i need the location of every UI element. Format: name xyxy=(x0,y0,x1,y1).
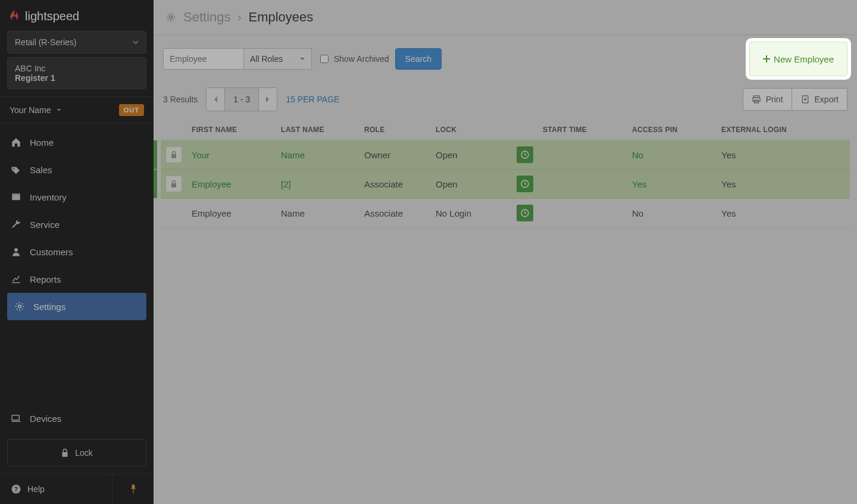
home-icon xyxy=(11,137,21,148)
th-lock[interactable]: LOCK xyxy=(431,120,538,140)
cell-first-name[interactable]: Employee xyxy=(192,179,232,189)
clock-button[interactable] xyxy=(517,205,533,221)
search-input[interactable] xyxy=(163,48,244,70)
main: Settings › Employees All Roles Show Arch… xyxy=(154,0,857,504)
cell-first-name[interactable]: Your xyxy=(192,150,209,160)
status-badge[interactable]: OUT xyxy=(119,104,144,116)
help-label: Help xyxy=(27,484,45,494)
chevron-right-icon: › xyxy=(238,11,242,24)
question-icon: ? xyxy=(11,484,21,494)
sidebar-item-service[interactable]: Service xyxy=(0,211,154,238)
pin-sidebar-button[interactable] xyxy=(112,474,154,504)
table-row[interactable]: YourNameOwnerOpenNoYes xyxy=(161,140,850,170)
svg-rect-12 xyxy=(753,98,760,101)
inventory-icon xyxy=(11,192,21,202)
cell-external-login: Yes xyxy=(717,170,850,199)
nav-label: Reports xyxy=(30,274,61,284)
cell-last-name[interactable]: [2] xyxy=(281,179,291,189)
th-pin[interactable]: ACCESS PIN xyxy=(627,120,717,140)
show-archived-toggle[interactable]: Show Archived xyxy=(318,53,389,65)
export-button[interactable]: Export xyxy=(792,88,847,111)
print-button[interactable]: Print xyxy=(743,88,792,111)
lock-button[interactable]: Lock xyxy=(7,439,146,467)
th-first[interactable]: FIRST NAME xyxy=(187,120,276,140)
employees-table: FIRST NAME LAST NAME ROLE LOCK START TIM… xyxy=(161,120,850,228)
flame-icon xyxy=(8,8,20,24)
gear-icon xyxy=(14,301,25,312)
devices-icon xyxy=(11,413,21,424)
shop-company: ABC Inc xyxy=(15,64,139,73)
pager-range[interactable]: 1 - 3 xyxy=(224,88,259,111)
sidebar-item-home[interactable]: Home xyxy=(0,129,154,156)
sidebar-item-devices[interactable]: Devices xyxy=(0,405,154,432)
wrench-icon xyxy=(11,219,21,230)
help-button[interactable]: ? Help xyxy=(0,474,112,504)
shop-context: ABC Inc Register 1 xyxy=(7,57,146,89)
pager-next[interactable] xyxy=(259,88,277,111)
show-archived-checkbox[interactable] xyxy=(320,55,329,63)
th-last[interactable]: LAST NAME xyxy=(276,120,359,140)
per-page-link[interactable]: 15 PER PAGE xyxy=(286,95,339,104)
cell-role: Associate xyxy=(359,170,431,199)
role-select[interactable]: All Roles xyxy=(244,48,312,70)
nav-label: Devices xyxy=(30,414,61,424)
table-row[interactable]: Employee[2]AssociateOpenYesYes xyxy=(161,170,850,199)
clock-button[interactable] xyxy=(517,176,533,192)
clock-icon xyxy=(520,179,530,189)
th-role[interactable]: ROLE xyxy=(359,120,431,140)
breadcrumb-current: Employees xyxy=(249,10,314,25)
brand-text: lightspeed xyxy=(25,10,79,23)
sidebar-item-reports[interactable]: Reports xyxy=(0,265,154,293)
caret-right-icon xyxy=(265,96,270,103)
clock-icon xyxy=(520,208,530,218)
chevron-down-icon xyxy=(133,39,139,45)
sidebar-item-sales[interactable]: Sales xyxy=(0,156,154,183)
user-icon xyxy=(11,246,21,257)
chart-icon xyxy=(11,274,21,284)
caret-down-icon xyxy=(56,107,62,113)
th-ext[interactable]: EXTERNAL LOGIN xyxy=(717,120,850,140)
cell-external-login: Yes xyxy=(717,140,850,170)
nav-label: Settings xyxy=(33,302,65,312)
clock-button[interactable] xyxy=(517,146,533,163)
svg-rect-6 xyxy=(12,415,19,420)
list-toolbar: 3 Results 1 - 3 15 PER PAGE Print Export xyxy=(154,83,857,120)
cell-first-name: Employee xyxy=(192,208,232,218)
nav-label: Sales xyxy=(30,165,52,175)
gear-icon xyxy=(165,12,176,23)
results-count: 3 Results xyxy=(163,95,198,104)
search-button[interactable]: Search xyxy=(395,48,442,70)
sidebar-item-customers[interactable]: Customers xyxy=(0,238,154,265)
cell-access-pin: No xyxy=(627,140,717,170)
svg-rect-7 xyxy=(62,452,68,457)
export-icon xyxy=(800,95,810,104)
cell-role: Associate xyxy=(359,199,431,228)
th-start[interactable]: START TIME xyxy=(538,120,627,140)
cell-last-name[interactable]: Name xyxy=(281,150,305,160)
breadcrumb: Settings › Employees xyxy=(154,0,857,35)
svg-point-5 xyxy=(18,305,21,308)
nav-label: Service xyxy=(30,220,60,230)
sidebar-item-inventory[interactable]: Inventory xyxy=(0,183,154,211)
cell-role: Owner xyxy=(359,140,431,170)
caret-down-icon xyxy=(299,56,305,62)
cell-access-pin: Yes xyxy=(627,170,717,199)
user-row: Your Name OUT xyxy=(0,96,154,124)
clock-icon xyxy=(520,150,530,159)
pager-prev[interactable] xyxy=(207,88,224,111)
sidebar-item-settings[interactable]: Settings xyxy=(7,293,146,320)
cell-start-time xyxy=(538,170,627,199)
table-row[interactable]: EmployeeNameAssociateNo LoginNoYes xyxy=(161,199,850,228)
caret-left-icon xyxy=(213,96,218,103)
svg-rect-3 xyxy=(12,193,20,195)
lock-icon xyxy=(61,448,69,458)
print-label: Print xyxy=(766,95,783,104)
new-employee-button[interactable]: New Employee xyxy=(749,42,847,76)
row-lock-indicator xyxy=(165,176,182,192)
cell-lock: No Login xyxy=(431,199,538,228)
user-menu[interactable]: Your Name xyxy=(10,105,62,115)
cell-lock: Open xyxy=(431,170,538,199)
breadcrumb-parent[interactable]: Settings xyxy=(183,10,231,25)
shop-selector[interactable]: Retail (R-Series) xyxy=(7,31,146,54)
plus-icon xyxy=(763,55,770,62)
